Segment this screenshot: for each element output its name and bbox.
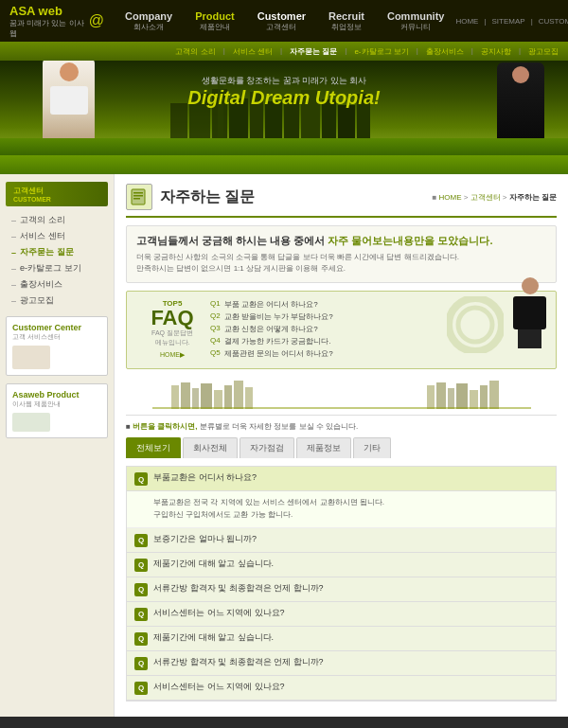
svg-point-17	[458, 308, 492, 342]
hero-banner: 생활문화를 창조하는 꿈과 미래가 있는 회사 Digital Dream Ut…	[0, 61, 568, 155]
nav-customer-label: Customer	[257, 10, 306, 22]
nav-product-label: Product	[195, 10, 235, 22]
sidebar-item-faq[interactable]: 자주묻는 질문	[6, 244, 108, 260]
faq-num-2: Q2	[210, 311, 221, 322]
qa-icon-7: Q	[134, 657, 148, 670]
logo-area: ASA web 꿈과 미래가 있는 이사웹 @	[0, 4, 114, 39]
breadcrumb-home[interactable]: HOME	[439, 193, 462, 202]
intro-title-highlight: 자주 물어보는내용만을 모았습니다.	[328, 235, 492, 246]
svg-rect-30	[470, 390, 478, 409]
green-link-4[interactable]: e-카탈로그 보기	[354, 46, 408, 57]
breadcrumb: ■ HOME > 고객센터 > 자주하는 질문	[432, 192, 557, 203]
nav-product-sub: 제품안내	[195, 22, 235, 32]
tab-section: ■ 버튼을 클릭하시면, 분류별로 더욱 자세한 정보를 보실 수 있습니다. …	[126, 421, 557, 701]
sidebar-menu: 고객의 소리 서비스 센터 자주묻는 질문 e-카탈로그 보기 출장서비스 광고…	[6, 212, 108, 309]
page-title: 자주하는 질문	[160, 187, 255, 207]
faq-num-1: Q1	[210, 299, 221, 310]
svg-rect-20	[192, 388, 199, 409]
tab-self-check[interactable]: 자가점검	[240, 437, 294, 458]
qa-question-3[interactable]: Q 제품기간에 대해 알고 싶습니다.	[127, 553, 556, 577]
faq-num-5: Q5	[210, 348, 221, 359]
green-link-5[interactable]: 출장서비스	[426, 46, 464, 57]
breadcrumb-mid[interactable]: 고객센터	[470, 193, 501, 202]
tab-product-info[interactable]: 제품정보	[296, 437, 351, 458]
intro-desc1: 더욱 궁금하신 사항의 소극의 소극을 통해 답글을 보다 더욱 빠른 시간에내…	[136, 253, 459, 261]
sidebar-customer-box: Customer Center 고객 서비스센터	[6, 316, 108, 376]
qa-question-1[interactable]: Q 부품교환은 어디서 하나요?	[127, 467, 556, 491]
logo-tagline: 꿈과 미래가 있는 이사웹	[9, 18, 86, 39]
faq-left-panel: TOP5 FAQ FAQ 질문답변메뉴입니다. HOME▶	[134, 299, 210, 361]
sidebar-item-visit[interactable]: 출장서비스	[6, 276, 108, 293]
green-nav-links: 고객의 소리 | 서비스 센터 | 자주묻는 질문 | e-카탈로그 보기 | …	[175, 46, 559, 57]
qa-icon-1: Q	[134, 472, 148, 486]
svg-rect-25	[245, 387, 253, 409]
tab-all[interactable]: 전체보기	[126, 437, 181, 458]
sidebar: 고객센터 CUSTOMER 고객의 소리 서비스 센터 자주묻는 질문 e-카탈…	[0, 174, 114, 717]
faq-person-illustration	[508, 277, 551, 353]
nav-recruit-label: Recruit	[328, 10, 364, 22]
intro-desc: 더욱 궁금하신 사항의 소극의 소극을 통해 답글을 보다 더욱 빠른 시간에내…	[136, 252, 546, 275]
faq-circle-decoration	[447, 296, 504, 353]
svg-rect-19	[181, 382, 190, 409]
sidebar-item-service[interactable]: 서비스 센터	[6, 228, 108, 244]
faq-text-5: 제품관련 문의는 어디서 하나요?	[224, 348, 333, 359]
qa-question-2[interactable]: Q 보증기간은 얼마나 됩니까?	[127, 528, 556, 553]
logo[interactable]: ASA web 꿈과 미래가 있는 이사웹	[9, 4, 86, 39]
svg-rect-32	[489, 381, 499, 409]
intro-desc2: 만족하시는 답변이 없으시면 1:1 상담 게시판을 이용해 주세요.	[136, 264, 346, 273]
faq-more-link[interactable]: HOME▶	[134, 351, 210, 359]
header-divider2: |	[531, 17, 533, 26]
faq-text-2: 교환 받을비는 누가 부담하나요?	[224, 311, 333, 322]
page-icon	[126, 184, 152, 210]
svg-rect-13	[133, 192, 143, 194]
qa-answer-1: 부품교환은 전국 각 지역에 있는 서비스 센터에서 교환하시면 됩니다. 구입…	[127, 491, 556, 528]
header-link-home[interactable]: HOME	[455, 17, 478, 26]
faq-num-4: Q4	[210, 336, 221, 346]
qa-question-4[interactable]: Q 서류간방 합격자 및 최종합격은 언제 합니까?	[127, 577, 556, 602]
qa-question-7[interactable]: Q 서류간방 합격자 및 최종합격은 언제 합니까?	[127, 651, 556, 676]
header-divider1: |	[484, 17, 486, 26]
svg-rect-15	[133, 198, 140, 200]
nav-product[interactable]: Product 제품안내	[184, 10, 246, 32]
faq-text-3: 교환 신청은 어떻게 하나요?	[224, 324, 318, 334]
green-link-7[interactable]: 광고모집	[528, 46, 559, 57]
footer: 개인정보보호정책 | 회사소개 | 제품문의 | 고객센터 | 사이트맵 200…	[0, 717, 568, 728]
header-link-customer[interactable]: CUSTOMER	[539, 17, 568, 26]
sidebar-item-catalog[interactable]: e-카탈로그 보기	[6, 260, 108, 276]
qa-question-8[interactable]: Q 서비스센터는 어느 지역에 있나요?	[127, 676, 556, 701]
qa-text-6: 제품기간에 대해 알고 싶습니다.	[153, 631, 274, 644]
qa-icon-5: Q	[134, 608, 148, 621]
tab-company[interactable]: 회사전체	[183, 437, 238, 458]
qa-question-6[interactable]: Q 제품기간에 대해 알고 싶습니다.	[127, 627, 556, 651]
qa-question-5[interactable]: Q 서비스센터는 어느 지역에 있나요?	[127, 602, 556, 627]
tab-etc[interactable]: 기타	[353, 437, 391, 458]
nav-community-label: Community	[387, 10, 445, 22]
hero-person-left	[43, 61, 95, 138]
qa-icon-8: Q	[134, 682, 148, 695]
qa-icon-6: Q	[134, 632, 148, 646]
green-link-2[interactable]: 서비스 센터	[233, 46, 273, 57]
sidebar-asaweb-title: Asaweb Product	[12, 390, 101, 400]
header: ASA web 꿈과 미래가 있는 이사웹 @ Company 회사소개 Pro…	[0, 0, 568, 42]
qa-text-3: 제품기간에 대해 알고 싶습니다.	[153, 558, 274, 570]
nav-company[interactable]: Company 회사소개	[114, 10, 184, 32]
green-link-3[interactable]: 자주묻는 질문	[290, 46, 337, 57]
hero-subtitle: 생활문화를 창조하는 꿈과 미래가 있는 회사	[187, 75, 380, 87]
sidebar-item-voice[interactable]: 고객의 소리	[6, 212, 108, 228]
green-link-1[interactable]: 고객의 소리	[175, 46, 215, 57]
green-link-6[interactable]: 공지사항	[481, 46, 511, 57]
faq-sub-label: FAQ 질문답변메뉴입니다.	[134, 328, 210, 347]
intro-section: 고객님들께서 궁금해 하시는 내용 중에서 자주 물어보는내용만을 모았습니다.…	[126, 225, 557, 283]
svg-rect-23	[224, 385, 232, 409]
section-intro-highlight: 버튼을 클릭하시면,	[133, 422, 197, 431]
sidebar-item-ad[interactable]: 광고모집	[6, 293, 108, 309]
nav-recruit[interactable]: Recruit 취업정보	[317, 10, 376, 32]
nav-community[interactable]: Community 커뮤니티	[376, 10, 456, 32]
intro-title: 고객님들께서 궁금해 하시는 내용 중에서 자주 물어보는내용만을 모았습니다.	[136, 234, 546, 248]
nav-customer-sub: 고객센터	[257, 22, 306, 32]
hero-text-area: 생활문화를 창조하는 꿈과 미래가 있는 회사 Digital Dream Ut…	[187, 75, 380, 109]
main-layout: 고객센터 CUSTOMER 고객의 소리 서비스 센터 자주묻는 질문 e-카탈…	[0, 174, 568, 717]
header-link-sitemap[interactable]: SITEMAP	[492, 17, 525, 26]
nav-customer[interactable]: Customer 고객센터	[246, 10, 317, 32]
svg-rect-29	[456, 383, 468, 409]
